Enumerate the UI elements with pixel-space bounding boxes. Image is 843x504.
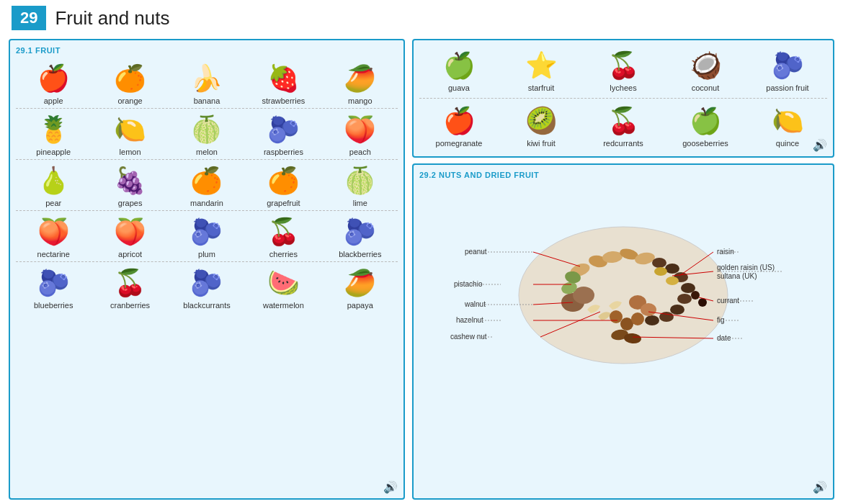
section1-panel: 29.1 FRUIT 🍎apple🍊orange🍌banana🍓strawber…	[9, 39, 405, 500]
fruit-emoji: 🍈	[344, 164, 376, 197]
fruit-name: peach	[349, 148, 371, 156]
svg-point-13	[645, 315, 659, 325]
fruit-emoji: 🍈	[190, 113, 223, 146]
fruit-emoji: 🫐	[37, 266, 70, 300]
fruit-emoji: ⭐	[525, 49, 558, 82]
fruit-item: 🫐plum	[169, 212, 244, 262]
nuts-panel: 29.2 NUTS AND DRIED FRUIT	[412, 163, 834, 500]
fruit-item: 🍊mandarin	[169, 161, 244, 211]
section1-label: 29.1 FRUIT	[16, 46, 398, 55]
fruit-emoji: 🥭	[344, 62, 376, 95]
sound-icon-left[interactable]: 🔊	[383, 480, 398, 494]
fruit-name: blueberries	[34, 301, 73, 310]
fruit-name: mandarin	[190, 199, 223, 207]
fruit-emoji: 🍇	[114, 164, 146, 197]
fruit-name: orange	[117, 96, 142, 105]
fruit-name: cherries	[269, 250, 298, 258]
fruit-name: apricot	[118, 250, 142, 258]
fruit-name: redcurrants	[603, 139, 643, 148]
fruit-name: grapefruit	[267, 199, 300, 207]
exotic-row2: 🍎pomegranate🥝kiwi fruit🍒redcurrants🍏goos…	[419, 98, 827, 150]
exotic-fruit-item: 🥝kiwi fruit	[501, 102, 581, 150]
fruit-emoji: 🍒	[267, 215, 300, 248]
fruit-name: gooseberries	[682, 139, 728, 148]
fruit-emoji: 🥭	[344, 266, 376, 300]
fruit-name: watermelon	[263, 301, 304, 310]
fruit-item: 🍓strawberries	[246, 59, 321, 109]
fruit-item: 🫐blackberries	[323, 212, 398, 262]
fruit-emoji: 🍊	[114, 62, 146, 95]
svg-point-16	[610, 310, 623, 323]
fruit-item: 🍉watermelon	[246, 264, 321, 312]
fruit-name: pineapple	[36, 148, 71, 156]
fruit-name: quince	[776, 139, 799, 148]
exotic-row1: 🍏guava⭐starfruit🍒lychees🥥coconut🫐passion…	[419, 46, 827, 95]
sound-icon-nuts[interactable]: 🔊	[813, 480, 827, 494]
fruit-item: 🍑apricot	[92, 212, 167, 262]
fruit-item: 🥭papaya	[323, 264, 398, 312]
fruit-item: 🍌banana	[169, 59, 244, 109]
fruit-emoji: 🍓	[267, 62, 300, 95]
fruit-emoji: 🫐	[772, 49, 804, 82]
fruit-emoji: 🍑	[37, 215, 70, 248]
fruit-emoji: 🍒	[114, 266, 146, 300]
fruit-name: blackcurrants	[183, 301, 230, 310]
fruit-name: blackberries	[339, 250, 381, 258]
fruit-emoji: 🍎	[37, 62, 70, 95]
page-number-badge: 29	[12, 6, 46, 30]
svg-point-26	[666, 276, 679, 285]
svg-point-7	[665, 264, 679, 274]
fruit-item: 🍑peach	[323, 110, 398, 160]
fruit-item: 🫐blueberries	[16, 264, 91, 312]
fruit-item: 🍇grapes	[92, 161, 167, 211]
exotic-fruits-panel: 🍏guava⭐starfruit🍒lychees🥥coconut🫐passion…	[412, 39, 834, 158]
fruit-item: 🫐blackcurrants	[169, 264, 244, 312]
fruit-emoji: 🍋	[114, 113, 146, 146]
fruit-emoji: 🍊	[267, 164, 300, 197]
exotic-fruit-item: 🍏guava	[419, 46, 499, 95]
fruit-item: 🍋lemon	[92, 110, 167, 160]
exotic-fruit-item: 🍒lychees	[584, 46, 663, 95]
exotic-fruit-item: 🍒redcurrants	[584, 102, 663, 150]
fruit-item: 🍊orange	[92, 59, 167, 109]
fruit-emoji: 🍎	[443, 104, 476, 138]
fruit-name: lemon	[120, 148, 141, 156]
fruit-name: raspberries	[264, 148, 303, 156]
fruit-name: strawberries	[262, 96, 305, 105]
fruit-emoji: 🥥	[690, 49, 722, 82]
fruit-item: 🫐raspberries	[246, 110, 321, 160]
fruit-item: 🍒cranberries	[92, 264, 167, 312]
fruit-emoji: 🍏	[690, 104, 722, 138]
fruit-emoji: 🍊	[190, 164, 223, 197]
fruit-name: guava	[448, 84, 470, 92]
fruit-item: 🍈melon	[169, 110, 244, 160]
fruit-name: banana	[194, 96, 220, 105]
fruit-emoji: 🍏	[443, 49, 476, 82]
sound-icon-exotic[interactable]: 🔊	[813, 138, 827, 152]
fruit-emoji: 🫐	[190, 215, 223, 248]
fruit-emoji: 🍍	[37, 113, 70, 146]
exotic-fruit-item: 🍎pomegranate	[419, 102, 499, 150]
fruit-item: 🍒cherries	[246, 212, 321, 262]
fruit-name: papaya	[347, 301, 373, 310]
exotic-fruit-item: 🍏gooseberries	[666, 102, 745, 150]
page-title: Fruit and nuts	[55, 7, 169, 30]
fruit-emoji: 🍐	[37, 164, 70, 197]
svg-point-18	[631, 312, 644, 325]
svg-point-22	[641, 303, 656, 316]
svg-point-6	[652, 258, 666, 268]
svg-point-11	[670, 305, 684, 315]
fruit-name: mango	[348, 96, 373, 105]
fruit-grid: 🍎apple🍊orange🍌banana🍓strawberries🥭mango🍍…	[16, 59, 398, 312]
svg-point-25	[654, 267, 667, 276]
fruit-name: pomegranate	[436, 139, 483, 148]
fruit-emoji: 🍒	[607, 104, 640, 138]
fruit-emoji: 🫐	[190, 266, 223, 300]
fruit-item: 🍎apple	[16, 59, 91, 109]
fruit-item: 🍈lime	[323, 161, 398, 211]
main-content: 29.1 FRUIT 🍎apple🍊orange🍌banana🍓strawber…	[0, 36, 843, 503]
fruit-name: nectarine	[37, 250, 70, 258]
fruit-name: lychees	[610, 84, 636, 92]
fruit-emoji: 🍑	[344, 113, 376, 146]
fruit-emoji: 🥝	[525, 104, 558, 138]
